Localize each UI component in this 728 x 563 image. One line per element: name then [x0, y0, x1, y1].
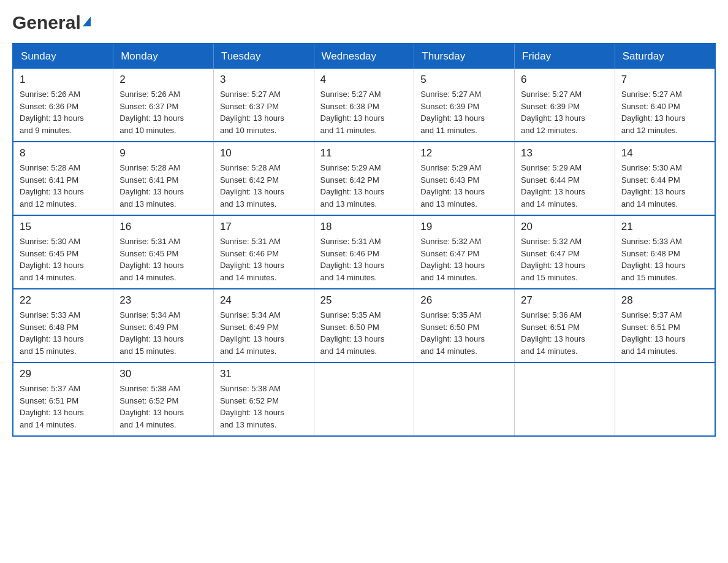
day-info: Sunrise: 5:30 AM Sunset: 6:44 PM Dayligh… [621, 162, 708, 210]
day-info: Sunrise: 5:27 AM Sunset: 6:38 PM Dayligh… [320, 88, 408, 136]
day-info: Sunrise: 5:37 AM Sunset: 6:51 PM Dayligh… [20, 383, 107, 431]
calendar-cell: 20 Sunrise: 5:32 AM Sunset: 6:47 PM Dayl… [515, 215, 615, 289]
day-number: 19 [420, 221, 508, 233]
calendar-cell: 19 Sunrise: 5:32 AM Sunset: 6:47 PM Dayl… [414, 215, 515, 289]
day-number: 29 [20, 368, 107, 380]
header-friday: Friday [515, 44, 615, 69]
calendar-table: SundayMondayTuesdayWednesdayThursdayFrid… [12, 43, 716, 437]
day-number: 27 [521, 294, 609, 307]
calendar-cell: 4 Sunrise: 5:27 AM Sunset: 6:38 PM Dayli… [314, 69, 414, 142]
day-info: Sunrise: 5:35 AM Sunset: 6:50 PM Dayligh… [420, 309, 508, 357]
day-number: 10 [220, 147, 308, 159]
day-info: Sunrise: 5:38 AM Sunset: 6:52 PM Dayligh… [220, 383, 308, 431]
day-info: Sunrise: 5:27 AM Sunset: 6:40 PM Dayligh… [621, 88, 708, 136]
day-number: 15 [20, 221, 107, 233]
calendar-cell: 2 Sunrise: 5:26 AM Sunset: 6:37 PM Dayli… [113, 69, 214, 142]
day-info: Sunrise: 5:38 AM Sunset: 6:52 PM Dayligh… [119, 383, 207, 431]
calendar-week-3: 15 Sunrise: 5:30 AM Sunset: 6:45 PM Dayl… [13, 215, 715, 289]
day-info: Sunrise: 5:26 AM Sunset: 6:37 PM Dayligh… [119, 88, 207, 136]
header-wednesday: Wednesday [314, 44, 414, 69]
day-number: 14 [621, 147, 708, 159]
day-info: Sunrise: 5:27 AM Sunset: 6:39 PM Dayligh… [521, 88, 609, 136]
day-info: Sunrise: 5:31 AM Sunset: 6:45 PM Dayligh… [119, 236, 207, 283]
day-number: 5 [420, 74, 508, 86]
calendar-cell: 1 Sunrise: 5:26 AM Sunset: 6:36 PM Dayli… [13, 69, 113, 142]
day-number: 28 [621, 294, 708, 307]
day-number: 18 [320, 221, 408, 233]
calendar-cell: 9 Sunrise: 5:28 AM Sunset: 6:41 PM Dayli… [113, 142, 214, 215]
day-info: Sunrise: 5:28 AM Sunset: 6:42 PM Dayligh… [220, 162, 308, 210]
calendar-cell [414, 362, 515, 436]
day-info: Sunrise: 5:28 AM Sunset: 6:41 PM Dayligh… [20, 162, 107, 210]
calendar-cell: 11 Sunrise: 5:29 AM Sunset: 6:42 PM Dayl… [314, 142, 414, 215]
day-info: Sunrise: 5:29 AM Sunset: 6:42 PM Dayligh… [320, 162, 408, 210]
day-number: 2 [119, 74, 207, 86]
calendar-cell: 31 Sunrise: 5:38 AM Sunset: 6:52 PM Dayl… [213, 362, 314, 436]
header-thursday: Thursday [414, 44, 515, 69]
day-number: 1 [20, 74, 107, 86]
day-info: Sunrise: 5:27 AM Sunset: 6:39 PM Dayligh… [420, 88, 508, 136]
calendar-cell: 12 Sunrise: 5:29 AM Sunset: 6:43 PM Dayl… [414, 142, 515, 215]
day-number: 8 [20, 147, 107, 159]
day-number: 12 [420, 147, 508, 159]
calendar-week-1: 1 Sunrise: 5:26 AM Sunset: 6:36 PM Dayli… [13, 69, 715, 142]
day-number: 21 [621, 221, 708, 233]
day-info: Sunrise: 5:30 AM Sunset: 6:45 PM Dayligh… [20, 236, 107, 283]
calendar-cell: 17 Sunrise: 5:31 AM Sunset: 6:46 PM Dayl… [213, 215, 314, 289]
day-info: Sunrise: 5:33 AM Sunset: 6:48 PM Dayligh… [20, 309, 107, 357]
calendar-header-row: SundayMondayTuesdayWednesdayThursdayFrid… [13, 44, 715, 69]
calendar-cell: 29 Sunrise: 5:37 AM Sunset: 6:51 PM Dayl… [13, 362, 113, 436]
day-number: 6 [521, 74, 609, 86]
day-number: 13 [521, 147, 609, 159]
header-saturday: Saturday [615, 44, 715, 69]
day-number: 24 [220, 294, 308, 307]
calendar-cell: 22 Sunrise: 5:33 AM Sunset: 6:48 PM Dayl… [13, 289, 113, 362]
day-info: Sunrise: 5:26 AM Sunset: 6:36 PM Dayligh… [20, 88, 107, 136]
calendar-cell [515, 362, 615, 436]
calendar-cell: 14 Sunrise: 5:30 AM Sunset: 6:44 PM Dayl… [615, 142, 715, 215]
day-info: Sunrise: 5:37 AM Sunset: 6:51 PM Dayligh… [621, 309, 708, 357]
calendar-cell [615, 362, 715, 436]
day-info: Sunrise: 5:34 AM Sunset: 6:49 PM Dayligh… [220, 309, 308, 357]
calendar-cell: 13 Sunrise: 5:29 AM Sunset: 6:44 PM Dayl… [515, 142, 615, 215]
calendar-cell [314, 362, 414, 436]
calendar-cell: 6 Sunrise: 5:27 AM Sunset: 6:39 PM Dayli… [515, 69, 615, 142]
calendar-cell: 21 Sunrise: 5:33 AM Sunset: 6:48 PM Dayl… [615, 215, 715, 289]
day-info: Sunrise: 5:35 AM Sunset: 6:50 PM Dayligh… [320, 309, 408, 357]
day-number: 25 [320, 294, 408, 307]
calendar-cell: 18 Sunrise: 5:31 AM Sunset: 6:46 PM Dayl… [314, 215, 414, 289]
day-info: Sunrise: 5:32 AM Sunset: 6:47 PM Dayligh… [420, 236, 508, 283]
calendar-cell: 3 Sunrise: 5:27 AM Sunset: 6:37 PM Dayli… [213, 69, 314, 142]
day-info: Sunrise: 5:31 AM Sunset: 6:46 PM Dayligh… [220, 236, 308, 283]
page-header: General [12, 12, 716, 31]
day-number: 7 [621, 74, 708, 86]
day-info: Sunrise: 5:33 AM Sunset: 6:48 PM Dayligh… [621, 236, 708, 283]
calendar-cell: 28 Sunrise: 5:37 AM Sunset: 6:51 PM Dayl… [615, 289, 715, 362]
calendar-cell: 24 Sunrise: 5:34 AM Sunset: 6:49 PM Dayl… [213, 289, 314, 362]
logo-general-text: General [12, 12, 81, 33]
calendar-cell: 27 Sunrise: 5:36 AM Sunset: 6:51 PM Dayl… [515, 289, 615, 362]
day-number: 9 [119, 147, 207, 159]
calendar-cell: 10 Sunrise: 5:28 AM Sunset: 6:42 PM Dayl… [213, 142, 314, 215]
day-number: 4 [320, 74, 408, 86]
day-number: 26 [420, 294, 508, 307]
calendar-cell: 15 Sunrise: 5:30 AM Sunset: 6:45 PM Dayl… [13, 215, 113, 289]
day-number: 16 [119, 221, 207, 233]
day-info: Sunrise: 5:27 AM Sunset: 6:37 PM Dayligh… [220, 88, 308, 136]
header-sunday: Sunday [13, 44, 113, 69]
calendar-cell: 23 Sunrise: 5:34 AM Sunset: 6:49 PM Dayl… [113, 289, 214, 362]
day-info: Sunrise: 5:29 AM Sunset: 6:43 PM Dayligh… [420, 162, 508, 210]
header-tuesday: Tuesday [213, 44, 314, 69]
day-info: Sunrise: 5:29 AM Sunset: 6:44 PM Dayligh… [521, 162, 609, 210]
day-number: 23 [119, 294, 207, 307]
day-info: Sunrise: 5:31 AM Sunset: 6:46 PM Dayligh… [320, 236, 408, 283]
calendar-cell: 5 Sunrise: 5:27 AM Sunset: 6:39 PM Dayli… [414, 69, 515, 142]
logo: General [12, 12, 91, 31]
calendar-cell: 16 Sunrise: 5:31 AM Sunset: 6:45 PM Dayl… [113, 215, 214, 289]
day-number: 31 [220, 368, 308, 380]
day-number: 20 [521, 221, 609, 233]
calendar-cell: 25 Sunrise: 5:35 AM Sunset: 6:50 PM Dayl… [314, 289, 414, 362]
day-number: 22 [20, 294, 107, 307]
calendar-cell: 30 Sunrise: 5:38 AM Sunset: 6:52 PM Dayl… [113, 362, 214, 436]
day-info: Sunrise: 5:28 AM Sunset: 6:41 PM Dayligh… [119, 162, 207, 210]
